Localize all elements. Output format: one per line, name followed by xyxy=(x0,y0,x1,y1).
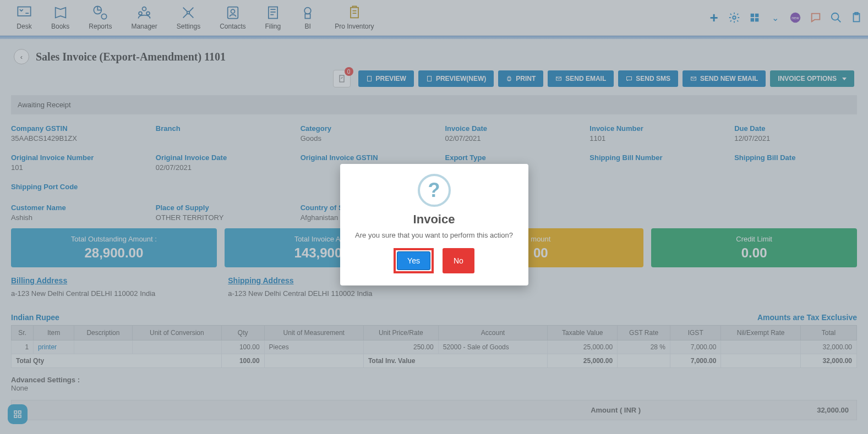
modal-title: Invoice xyxy=(351,212,517,227)
modal-text: Are you sure that you want to perform th… xyxy=(351,231,517,239)
question-icon: ? xyxy=(418,174,451,207)
modal-yes-button[interactable]: Yes xyxy=(397,251,430,270)
modal-overlay: ? Invoice Are you sure that you want to … xyxy=(0,0,868,434)
confirm-modal: ? Invoice Are you sure that you want to … xyxy=(340,164,528,285)
modal-no-button[interactable]: No xyxy=(443,248,474,273)
